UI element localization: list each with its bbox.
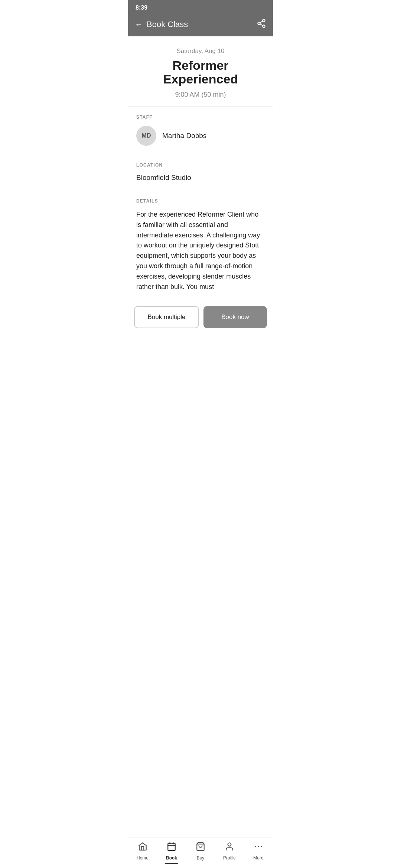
- book-buttons-container: Book multiple Book now: [128, 300, 273, 335]
- details-section: DETAILS For the experienced Reformer Cli…: [128, 190, 273, 300]
- class-header: Saturday, Aug 10 Reformer Experienced 9:…: [128, 36, 273, 106]
- location-section: LOCATION Bloomfield Studio: [128, 154, 273, 190]
- staff-section: STAFF MD Martha Dobbs: [128, 106, 273, 154]
- details-text: For the experienced Reformer Client who …: [136, 210, 265, 292]
- toolbar-title: Book Class: [147, 20, 188, 29]
- staff-row: MD Martha Dobbs: [136, 126, 265, 146]
- book-multiple-button[interactable]: Book multiple: [134, 306, 199, 328]
- toolbar: ← Book Class: [128, 15, 273, 36]
- staff-name: Martha Dobbs: [162, 132, 206, 140]
- location-name: Bloomfield Studio: [136, 174, 265, 182]
- staff-initials: MD: [142, 132, 151, 139]
- class-time: 9:00 AM (50 min): [136, 91, 265, 99]
- svg-line-3: [260, 24, 263, 26]
- share-icon[interactable]: [257, 19, 266, 30]
- staff-avatar: MD: [136, 126, 156, 146]
- book-now-button[interactable]: Book now: [203, 306, 267, 328]
- back-arrow-icon: ←: [135, 20, 143, 29]
- status-time: 8:39: [136, 4, 147, 11]
- class-date: Saturday, Aug 10: [136, 47, 265, 55]
- details-label: DETAILS: [136, 198, 265, 204]
- svg-line-4: [260, 21, 263, 23]
- staff-label: STAFF: [136, 115, 265, 120]
- class-name: Reformer Experienced: [136, 59, 265, 86]
- main-content: Saturday, Aug 10 Reformer Experienced 9:…: [128, 36, 273, 335]
- location-label: LOCATION: [136, 162, 265, 168]
- back-button[interactable]: ← Book Class: [135, 20, 188, 29]
- status-bar: 8:39: [128, 0, 273, 15]
